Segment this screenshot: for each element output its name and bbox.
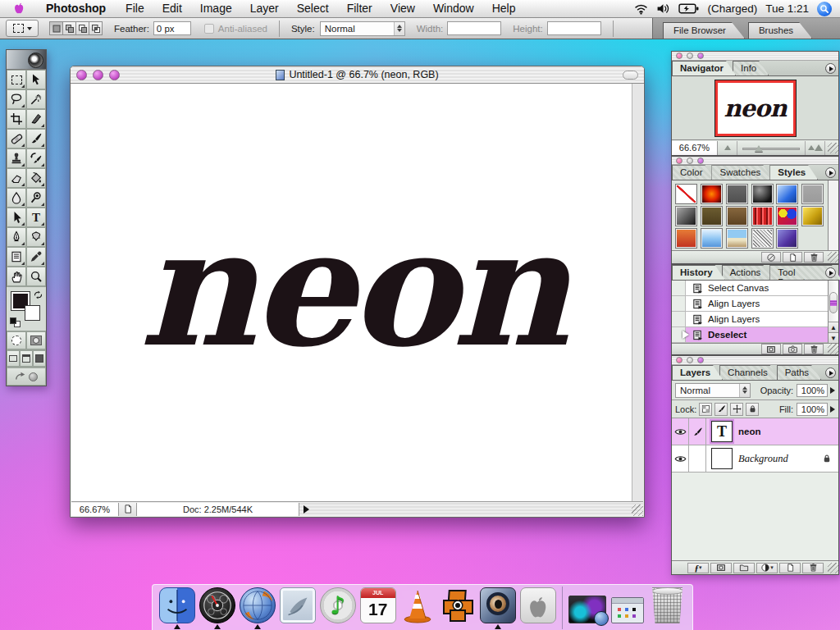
delete-state-button[interactable] <box>804 344 824 354</box>
canvas[interactable]: neon <box>71 84 632 501</box>
add-selection-button[interactable] <box>62 21 76 35</box>
style-swatch-gold-frame[interactable] <box>801 206 824 226</box>
history-item[interactable]: Deselect <box>672 327 838 343</box>
hand-tool[interactable] <box>7 267 26 286</box>
style-swatch-red-glow[interactable] <box>701 184 723 204</box>
brush-tool[interactable] <box>26 129 46 148</box>
anti-aliased-checkbox[interactable] <box>204 24 214 34</box>
dodge-tool[interactable] <box>26 188 46 208</box>
visibility-eye-icon[interactable] <box>672 418 689 445</box>
stepper-icon[interactable] <box>739 384 750 397</box>
palette-menu-icon[interactable] <box>825 167 836 178</box>
dock-dashboard[interactable] <box>198 587 238 629</box>
close-button[interactable] <box>676 357 682 363</box>
style-swatch-landscape[interactable] <box>726 228 748 249</box>
style-swatch-blue-gloss[interactable] <box>776 184 798 204</box>
rectangular-marquee-tool[interactable] <box>7 70 26 89</box>
title-bar[interactable]: Untitled-1 @ 66.7% (neon, RGB) <box>71 66 644 84</box>
clone-stamp-tool[interactable] <box>7 148 26 168</box>
current-tool-button[interactable] <box>6 20 39 37</box>
spotlight-search-icon[interactable] <box>817 2 832 16</box>
quick-mask-mode-button[interactable] <box>26 331 46 349</box>
tab-styles[interactable]: Styles <box>769 165 818 180</box>
layer-row-neon[interactable]: Tneon <box>672 418 838 445</box>
tab-color[interactable]: Color <box>672 165 714 180</box>
tab-info[interactable]: Info <box>733 61 769 75</box>
dock-trash[interactable] <box>647 587 687 629</box>
fill-field[interactable]: 100% <box>797 403 828 416</box>
style-swatch-purple-bevel[interactable] <box>776 228 798 249</box>
style-swatch-no-style[interactable] <box>675 184 697 204</box>
adjustment-layer-button[interactable]: ▾ <box>756 563 778 573</box>
history-source-well[interactable] <box>672 312 686 326</box>
notes-tool[interactable] <box>7 247 26 267</box>
new-group-button[interactable] <box>733 563 755 573</box>
vertical-scrollbar[interactable] <box>632 84 643 501</box>
scroll-down-icon[interactable]: ▼ <box>829 332 838 343</box>
tab-actions[interactable]: Actions <box>722 265 774 280</box>
healing-brush-tool[interactable] <box>7 129 26 148</box>
tab-layers[interactable]: Layers <box>672 365 723 380</box>
layer-name[interactable]: Background <box>738 453 822 465</box>
style-swatch-sunset[interactable] <box>675 228 697 249</box>
menu-item-photoshop[interactable]: Photoshop <box>35 0 116 17</box>
magic-wand-tool[interactable] <box>26 89 46 109</box>
feather-input[interactable] <box>153 21 191 35</box>
palette-title-bar[interactable] <box>672 356 838 365</box>
menu-item-filter[interactable]: Filter <box>338 0 381 17</box>
lasso-tool[interactable] <box>7 89 26 109</box>
apple-menu[interactable] <box>0 2 35 16</box>
menu-item-view[interactable]: View <box>381 0 424 17</box>
close-button[interactable] <box>676 52 682 59</box>
tab-history[interactable]: History <box>672 265 725 280</box>
close-button[interactable] <box>676 158 682 164</box>
layer-row-background[interactable]: Background <box>672 445 838 472</box>
subtract-selection-button[interactable] <box>75 21 89 35</box>
fullscreen-menubar-button[interactable] <box>20 350 33 367</box>
style-swatch-multicolor[interactable] <box>776 206 798 226</box>
zoom-field[interactable]: 66.67% <box>71 503 119 516</box>
standard-mode-button[interactable] <box>7 331 26 349</box>
zoom-in-button[interactable] <box>806 141 825 155</box>
lock-all-button[interactable] <box>746 403 759 416</box>
history-source-well[interactable] <box>672 296 686 311</box>
page-preview-button[interactable] <box>119 503 137 516</box>
default-colors-icon[interactable] <box>10 317 21 327</box>
wifi-icon[interactable] <box>634 2 648 16</box>
standard-screen-button[interactable] <box>7 350 20 367</box>
slice-tool[interactable] <box>26 109 46 129</box>
menu-item-edit[interactable]: Edit <box>153 0 191 17</box>
minimize-button[interactable] <box>687 357 693 363</box>
layer-style-button[interactable]: ƒ▾ <box>687 563 709 573</box>
paint-bucket-tool[interactable] <box>26 168 46 188</box>
menu-item-layer[interactable]: Layer <box>241 0 288 17</box>
new-snapshot-button[interactable] <box>783 344 802 354</box>
history-item[interactable]: Align Layers <box>672 296 838 312</box>
lock-position-button[interactable] <box>730 403 743 416</box>
fill-slider-icon[interactable] <box>830 406 835 413</box>
new-selection-button[interactable] <box>49 21 63 35</box>
resize-grip[interactable] <box>828 143 838 153</box>
tab-channels[interactable]: Channels <box>719 365 780 380</box>
clear-style-button[interactable] <box>761 252 781 262</box>
style-swatch-blue-bevel[interactable] <box>701 228 723 249</box>
menu-item-window[interactable]: Window <box>424 0 483 17</box>
custom-shape-tool[interactable] <box>26 227 46 247</box>
blur-tool[interactable] <box>7 188 26 208</box>
menu-item-file[interactable]: File <box>116 0 153 17</box>
menu-item-help[interactable]: Help <box>483 0 525 17</box>
well-tab-file-browser[interactable]: File Browser <box>663 22 745 39</box>
status-flyout-icon[interactable] <box>304 505 309 514</box>
well-tab-brushes[interactable]: Brushes <box>748 22 812 39</box>
active-brush-icon[interactable] <box>689 418 706 445</box>
style-swatch-flat-gray[interactable] <box>801 184 824 204</box>
history-item[interactable]: Select Canvas <box>672 281 838 296</box>
style-swatch-gray-noise[interactable] <box>751 228 774 249</box>
menu-item-select[interactable]: Select <box>288 0 338 17</box>
width-input[interactable] <box>447 21 501 35</box>
dock-camino[interactable] <box>238 587 278 629</box>
opacity-field[interactable]: 100% <box>797 384 828 397</box>
dock-ical[interactable]: JUL17 <box>358 587 398 629</box>
path-selection-tool[interactable] <box>7 208 26 227</box>
menu-clock[interactable]: Tue 1:21 <box>765 2 809 15</box>
